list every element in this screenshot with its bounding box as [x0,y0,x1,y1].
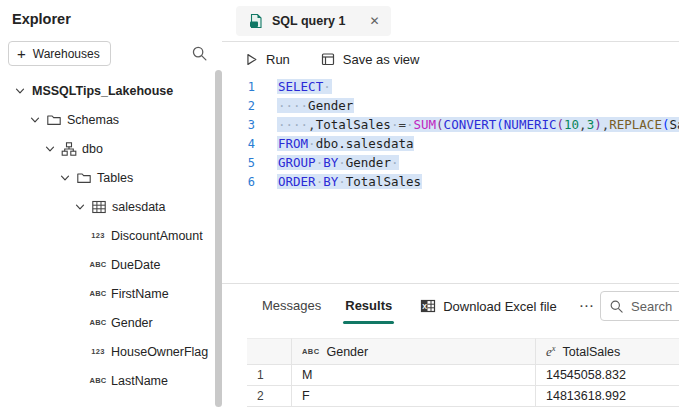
download-excel-label: Download Excel file [443,299,556,314]
more-options-button[interactable]: ⋯ [579,297,596,315]
sidebar-scrollbar[interactable] [215,70,222,407]
tree-item-label: dbo [82,142,103,156]
code-line: 6ORDER·BY·TotalSales [222,172,679,191]
tree-item-label: MSSQLTips_Lakehouse [32,84,173,98]
row-number-cell[interactable]: 1 [247,365,292,386]
tree-item-discountamount[interactable]: 123DiscountAmount [0,221,222,250]
tree-item-label: Schemas [67,113,119,127]
column-header-gender: ABCGender [292,338,536,365]
numeric-type-icon: 123 [87,347,109,356]
code-text-selected: GROUP·BY·Gender· [277,155,399,170]
tree-item-label: FirstName [111,287,169,301]
line-number: 4 [222,137,255,151]
code-text-selected: ····Gender [277,98,354,113]
table-row[interactable]: 2F14813618.992 [247,386,679,407]
code-line: 5GROUP·BY·Gender· [222,153,679,172]
row-number-cell[interactable]: 2 [247,386,292,407]
sql-file-icon [248,13,264,29]
column-name: TotalSales [563,345,621,359]
code-text-selected: SELECT· [277,79,332,94]
table-row[interactable]: 1M14545058.832 [247,365,679,386]
chevron-down-icon[interactable] [27,114,43,126]
line-number: 1 [222,80,255,94]
main-pane: SQL query 1 ✕ Run Save as view 1SELECT·2… [222,0,679,407]
data-cell[interactable]: 14545058.832 [536,365,679,386]
tree-item-dbo[interactable]: dbo [0,134,222,163]
tree-item-label: DueDate [111,258,160,272]
results-grid: ABCGenderexTotalSales1M14545058.8322F148… [247,338,679,407]
column-header-totalsales: exTotalSales [536,338,679,365]
line-number: 2 [222,99,255,113]
tab-close-icon[interactable]: ✕ [369,15,379,27]
tree-item-firstname[interactable]: ABCFirstName [0,279,222,308]
tree-item-duedate[interactable]: ABCDueDate [0,250,222,279]
save-as-view-button[interactable]: Save as view [320,51,420,67]
tab-results[interactable]: Results [345,298,392,315]
tab-sql-query-1[interactable]: SQL query 1 ✕ [236,6,391,36]
chevron-down-icon[interactable] [12,85,28,97]
data-cell[interactable]: 14813618.992 [536,386,679,407]
tree-item-houseownerflag[interactable]: 123HouseOwnerFlag [0,337,222,366]
code-line: 1SELECT· [222,77,679,96]
text-type-icon: ABC [302,347,319,356]
explorer-sidebar: Explorer + Warehouses MSSQLTips_Lakehous… [0,0,222,407]
folder-icon [43,112,65,128]
tree-item-schemas[interactable]: Schemas [0,105,222,134]
folder-icon [73,170,95,186]
code-text-selected: ····,TotalSales·=·SUM(CONVERT(NUMERIC(10… [277,117,679,132]
tree-item-lastname[interactable]: ABCLastName [0,366,222,395]
tab-messages[interactable]: Messages [262,298,321,315]
tree-item-salesdata[interactable]: salesdata [0,192,222,221]
tree-item-label: HouseOwnerFlag [111,345,208,359]
object-tree: MSSQLTips_LakehouseSchemasdboTablessales… [0,76,222,395]
results-panel: Messages Results X Download Excel fi [222,283,679,407]
numeric-fx-type-icon: ex [546,343,556,360]
code-line: 3····,TotalSales·=·SUM(CONVERT(NUMERIC(1… [222,115,679,134]
tree-item-label: salesdata [112,200,166,214]
chevron-down-icon[interactable] [57,172,73,184]
tree-item-tables[interactable]: Tables [0,163,222,192]
schema-icon [58,141,80,157]
tree-item-label: LastName [111,374,168,388]
explorer-title: Explorer [0,0,222,27]
plus-icon: + [17,46,26,61]
excel-icon: X [420,298,436,314]
code-line: 2····Gender [222,96,679,115]
tree-item-mssqltips_lakehouse[interactable]: MSSQLTips_Lakehouse [0,76,222,105]
text-type-icon: ABC [87,289,109,298]
add-warehouses-button[interactable]: + Warehouses [8,41,111,66]
download-excel-button[interactable]: X Download Excel file [420,298,556,314]
explorer-toolbar: + Warehouses [0,27,222,66]
data-cell[interactable]: F [292,386,536,407]
grid-corner-cell [247,338,292,365]
svg-text:X: X [422,303,427,310]
grid-header-row: ABCGenderexTotalSales [247,338,679,365]
code-line: 4FROM·dbo.salesdata [222,134,679,153]
results-toolbar: Messages Results X Download Excel fi [222,284,679,328]
numeric-type-icon: 123 [87,231,109,240]
tree-item-label: DiscountAmount [111,229,203,243]
line-number: 3 [222,118,255,132]
code-text-selected: ORDER·BY·TotalSales [277,174,422,189]
save-as-view-label: Save as view [343,52,420,67]
run-button[interactable]: Run [244,52,290,67]
text-type-icon: ABC [87,318,109,327]
tree-item-label: Gender [111,316,153,330]
explorer-search-icon[interactable] [191,45,208,62]
tree-item-label: Tables [97,171,133,185]
line-number: 5 [222,156,255,170]
text-type-icon: ABC [87,260,109,269]
run-label: Run [266,52,290,67]
line-number: 6 [222,175,255,189]
sql-editor[interactable]: 1SELECT·2····Gender3····,TotalSales·=·SU… [222,76,679,283]
tab-title: SQL query 1 [272,14,345,28]
save-as-view-icon [320,51,336,67]
tab-bar: SQL query 1 ✕ [222,0,679,42]
chevron-down-icon[interactable] [42,143,58,155]
chevron-down-icon[interactable] [72,201,88,213]
column-name: Gender [326,345,368,359]
tree-item-gender[interactable]: ABCGender [0,308,222,337]
results-search-input[interactable] [631,299,679,314]
data-cell[interactable]: M [292,365,536,386]
search-icon [609,299,624,314]
